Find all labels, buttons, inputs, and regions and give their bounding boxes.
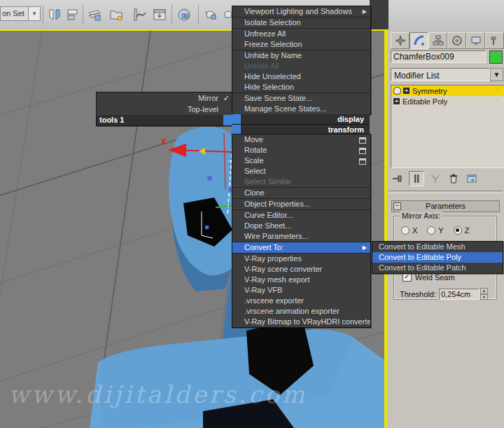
configure-modifier-sets-icon[interactable] bbox=[465, 172, 479, 186]
command-panel-tabs bbox=[391, 32, 504, 49]
panel-divider bbox=[388, 191, 503, 193]
menu-item-vray-properties[interactable]: V-Ray properties bbox=[232, 254, 370, 264]
settings-box-icon[interactable] bbox=[359, 148, 366, 154]
expand-plus-icon[interactable]: + bbox=[403, 88, 410, 94]
menu-item-vrscene-animation-exporter[interactable]: .vrscene animation exporter bbox=[232, 306, 370, 317]
menu-item-object-properties[interactable]: Object Properties... bbox=[232, 199, 370, 209]
tab-modify[interactable] bbox=[410, 32, 428, 49]
menu-item-unfreeze-all[interactable]: Unfreeze All bbox=[232, 29, 370, 39]
remove-modifier-icon[interactable] bbox=[447, 172, 461, 186]
radio-icon[interactable] bbox=[427, 226, 435, 235]
menu-item-convert-editable-patch[interactable]: Convert to Editable Patch bbox=[372, 263, 503, 273]
stack-corner-marks: ·˙ bbox=[496, 97, 502, 104]
menu-item-select[interactable]: Select bbox=[232, 166, 370, 177]
chevron-down-icon[interactable]: ▾ bbox=[28, 6, 41, 21]
modifier-list-label: Modifier List bbox=[391, 68, 490, 81]
tab-motion[interactable] bbox=[447, 32, 466, 49]
x-axis-label: X bbox=[161, 137, 167, 146]
layer-manager-icon[interactable] bbox=[85, 4, 104, 25]
menu-item-move[interactable]: Move bbox=[232, 134, 370, 145]
menu-item-dope-sheet[interactable]: Dope Sheet... bbox=[232, 221, 370, 231]
menu-item-save-scene-state[interactable]: Save Scene State... bbox=[232, 93, 370, 104]
show-end-result-icon[interactable] bbox=[409, 171, 424, 186]
modifier-list-dropdown[interactable]: Modifier List ▼ bbox=[391, 68, 503, 81]
menu-item-vray-bitmap-converter[interactable]: V-Ray Bitmap to VRayHDRI converter bbox=[232, 317, 370, 327]
threshold-label: Threshold: bbox=[400, 290, 436, 298]
toolbar-dark-button[interactable] bbox=[370, 0, 388, 29]
spinner-up-icon[interactable]: ▲ bbox=[480, 288, 488, 294]
menu-item-curve-editor[interactable]: Curve Editor... bbox=[232, 210, 370, 221]
radio-label: X bbox=[412, 226, 417, 235]
tab-utilities[interactable] bbox=[485, 32, 504, 49]
menu-item-vray-mesh-export[interactable]: V-Ray mesh export bbox=[232, 275, 370, 285]
radio-label: Z bbox=[465, 226, 470, 235]
lightbulb-icon[interactable] bbox=[393, 87, 401, 95]
threshold-row: Threshold: ▲▼ bbox=[400, 288, 488, 300]
object-color-swatch[interactable] bbox=[489, 50, 503, 64]
checkmark-icon: ✓ bbox=[223, 92, 230, 104]
radio-icon[interactable] bbox=[401, 226, 410, 235]
radio-axis-x[interactable]: X bbox=[401, 226, 417, 235]
menu-item-wire-parameters[interactable]: Wire Parameters... bbox=[232, 231, 370, 242]
spinner-down-icon[interactable]: ▼ bbox=[480, 294, 488, 301]
menu-item-hide-selection[interactable]: Hide Selection bbox=[232, 82, 370, 92]
toolbar-separator bbox=[83, 5, 83, 24]
chevron-down-icon[interactable]: ▼ bbox=[490, 68, 503, 81]
tab-display[interactable] bbox=[466, 32, 485, 49]
modifier-stack-item-symmetry[interactable]: + Symmetry ·˙ bbox=[391, 85, 504, 96]
radio-axis-z[interactable]: Z bbox=[454, 226, 470, 235]
mirror-axis-options: X Y Z bbox=[401, 226, 469, 235]
quick-align-icon[interactable] bbox=[63, 4, 82, 25]
menu-item-unhide-by-name[interactable]: Unhide by Name bbox=[232, 50, 370, 61]
named-selection-set-dropdown[interactable]: on Set ▾ bbox=[0, 6, 41, 21]
collapse-minus-icon[interactable]: − bbox=[393, 202, 401, 210]
material-editor-icon[interactable] bbox=[174, 4, 193, 25]
settings-box-icon[interactable] bbox=[359, 158, 366, 165]
menu-item-vrscene-exporter[interactable]: .vrscene exporter bbox=[232, 296, 370, 306]
menu-item-convert-editable-mesh[interactable]: Convert to Editable Mesh bbox=[372, 242, 503, 252]
quad-menu-transform: Move Rotate Scale Select Select Similar … bbox=[232, 134, 371, 328]
threshold-spinner[interactable]: ▲▼ bbox=[480, 288, 488, 300]
schematic-view-icon[interactable] bbox=[150, 4, 169, 25]
tab-create[interactable] bbox=[391, 32, 410, 49]
make-unique-icon[interactable] bbox=[428, 172, 442, 186]
menu-item-mirror[interactable]: Mirror ✓ bbox=[97, 92, 232, 104]
tab-hierarchy[interactable] bbox=[428, 32, 447, 49]
render-setup-icon[interactable] bbox=[201, 4, 220, 25]
mirror-icon[interactable] bbox=[45, 4, 64, 25]
menu-item-viewport-lighting[interactable]: Viewport Lighting and Shadows▶ bbox=[232, 6, 370, 17]
menu-item-freeze-selection[interactable]: Freeze Selection bbox=[232, 39, 370, 50]
radio-axis-y[interactable]: Y bbox=[427, 226, 443, 235]
modifier-stack-toolbar bbox=[391, 170, 503, 187]
menu-item-convert-to[interactable]: Convert To:▶ bbox=[232, 242, 370, 253]
scene-explorer-icon[interactable] bbox=[106, 4, 125, 25]
curve-editor-icon[interactable] bbox=[130, 4, 149, 25]
rollout-title: Parameters bbox=[426, 202, 465, 210]
stack-corner-marks: ·˙ bbox=[496, 87, 502, 93]
menu-item-hide-unselected[interactable]: Hide Unselected bbox=[232, 71, 370, 82]
modifier-stack-item-editable-poly[interactable]: + Editable Poly ·˙ bbox=[391, 96, 504, 106]
submenu-arrow-icon: ▶ bbox=[363, 242, 367, 253]
pin-stack-icon[interactable] bbox=[391, 172, 405, 186]
menu-item-scale[interactable]: Scale bbox=[232, 156, 370, 166]
menu-item-isolate-selection[interactable]: Isolate Selection bbox=[232, 18, 370, 28]
menu-item-convert-editable-poly[interactable]: Convert to Editable Poly bbox=[372, 252, 503, 263]
menu-item-vray-vfb[interactable]: V-Ray VFB bbox=[232, 285, 370, 296]
expand-plus-icon[interactable]: + bbox=[393, 98, 400, 104]
3dsmax-window: on Set ▾ bbox=[0, 0, 504, 428]
menu-item-vray-scene-converter[interactable]: V-Ray scene converter bbox=[232, 264, 370, 275]
settings-box-icon[interactable] bbox=[359, 137, 366, 144]
parameters-rollout-header[interactable]: − Parameters bbox=[391, 200, 500, 212]
threshold-field[interactable] bbox=[439, 289, 479, 300]
quad-menu-display: Viewport Lighting and Shadows▶ Isolate S… bbox=[232, 6, 371, 115]
radio-icon-selected[interactable] bbox=[454, 226, 462, 235]
menu-item-rotate[interactable]: Rotate bbox=[232, 145, 370, 156]
object-name-field[interactable] bbox=[391, 50, 486, 63]
menu-item-top-level[interactable]: Top-level bbox=[97, 104, 232, 115]
menu-item-manage-scene-states[interactable]: Manage Scene States... bbox=[232, 104, 370, 114]
quad-menu-tools: Mirror ✓ Top-level tools 1 bbox=[96, 92, 233, 126]
quad-corner-marker bbox=[232, 125, 241, 134]
toolbar-separator bbox=[43, 5, 43, 24]
quad-title-display: display bbox=[232, 114, 370, 125]
menu-item-clone[interactable]: Clone bbox=[232, 188, 370, 198]
